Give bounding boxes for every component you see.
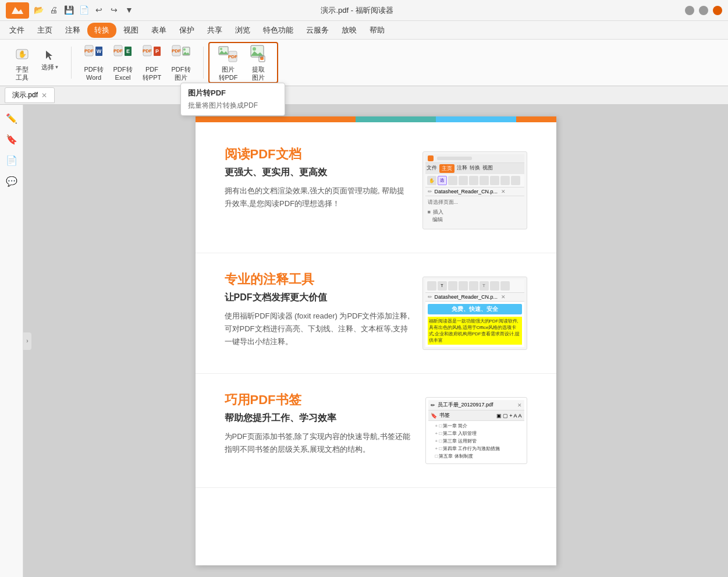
hand-tool-btn[interactable]: ✋ 手型工具 bbox=[8, 41, 36, 83]
menu-home[interactable]: 主页 bbox=[31, 23, 58, 38]
section-bookmark-body: 为PDF页面添加书签,除了实现内容的快速导航,书签还能指明不同书签的层级关系,展… bbox=[225, 430, 414, 456]
section-read-row: 阅读PDF文档 更强大、更实用、更高效 拥有出色的文档渲染效果,强大的页面管理功… bbox=[225, 146, 527, 229]
menu-share[interactable]: 共享 bbox=[201, 23, 228, 38]
pdf-to-excel-icon: PDF → E bbox=[112, 44, 133, 65]
minimize-btn[interactable] bbox=[685, 6, 694, 15]
select-dropdown-icon[interactable]: ▼ bbox=[55, 65, 59, 70]
mini-menu-file: 文件 bbox=[427, 164, 437, 173]
mini-menubar-read: 文件 主页 注释 转换 视图 bbox=[425, 163, 524, 174]
svg-text:PDF: PDF bbox=[228, 54, 237, 59]
image-to-pdf-btn[interactable]: → PDF 图片转PDF bbox=[214, 41, 242, 83]
section-read-text: 阅读PDF文档 更强大、更实用、更高效 拥有出色的文档渲染效果,强大的页面管理功… bbox=[225, 146, 411, 210]
pdf-to-image-label: PDF转图片 bbox=[172, 66, 191, 81]
sidebar-comment-icon[interactable]: 💬 bbox=[3, 172, 20, 190]
tab-demo-pdf[interactable]: 演示.pdf ✕ bbox=[5, 87, 55, 103]
bookmark-section-header: 🔖 书签 ▣ ▢ + A A bbox=[428, 410, 524, 421]
svg-text:PDF: PDF bbox=[113, 48, 123, 54]
redo-btn[interactable]: ↪ bbox=[108, 3, 120, 16]
bookmark-item-0: + □ 第一章 简介 bbox=[431, 422, 522, 430]
left-sidebar: ✏️ 🔖 📄 💬 bbox=[0, 105, 23, 577]
menu-view[interactable]: 视图 bbox=[118, 23, 144, 38]
mini-tab-bookmark: 员工手册_20120917.pdf bbox=[438, 401, 493, 409]
pdf-to-word-icon: PDF → W bbox=[83, 44, 104, 65]
section-bookmark-title: 巧用PDF书签 bbox=[225, 391, 414, 409]
pdf-page: 阅读PDF文档 更强大、更实用、更高效 拥有出色的文档渲染效果,强大的页面管理功… bbox=[196, 116, 556, 565]
tooltip-title: 图片转PDF bbox=[188, 88, 278, 98]
menu-cloud[interactable]: 云服务 bbox=[300, 23, 335, 38]
mini-menu-view: 视图 bbox=[482, 164, 493, 173]
menu-protect[interactable]: 保护 bbox=[173, 23, 200, 38]
pdf-to-ppt-btn[interactable]: PDF → P PDF转PPT bbox=[138, 41, 166, 83]
section-annotate-subtitle: 让PDF文档发挥更大价值 bbox=[225, 292, 411, 304]
pdf-to-image-icon: PDF → bbox=[171, 44, 191, 65]
print-btn[interactable]: 🖨 bbox=[47, 3, 60, 16]
svg-point-28 bbox=[253, 47, 256, 51]
content-area: 阅读PDF文档 更强大、更实用、更高效 拥有出色的文档渲染效果,强大的页面管理功… bbox=[23, 105, 728, 577]
pdf-to-ppt-label: PDF转PPT bbox=[143, 66, 161, 81]
ribbon-divider-2 bbox=[203, 47, 204, 79]
bookmark-section-title: 书签 bbox=[439, 412, 450, 419]
mini-ui-bookmark: ✏ 员工手册_20120917.pdf ✕ 🔖 书签 ▣ ▢ + A bbox=[425, 397, 527, 464]
select-icon bbox=[43, 48, 57, 62]
menu-features[interactable]: 特色功能 bbox=[257, 23, 299, 38]
svg-point-23 bbox=[220, 48, 222, 50]
menu-present[interactable]: 放映 bbox=[336, 23, 363, 38]
menu-browse[interactable]: 浏览 bbox=[229, 23, 256, 38]
mini-content-read: 请选择页面... ■ 插入 编辑 bbox=[425, 196, 524, 226]
tab-close-btn[interactable]: ✕ bbox=[41, 91, 47, 100]
menu-forms[interactable]: 表单 bbox=[145, 23, 172, 38]
svg-point-21 bbox=[183, 48, 186, 51]
pdf-to-word-label: PDF转Word bbox=[84, 66, 104, 81]
open-file-btn[interactable]: 📂 bbox=[32, 3, 45, 16]
extract-image-label: 提取图片 bbox=[252, 66, 265, 81]
section-annotate-title: 专业的注释工具 bbox=[225, 271, 411, 288]
pdf-to-excel-btn[interactable]: PDF → E PDF转Excel bbox=[109, 41, 137, 83]
sidebar-collapse-handle[interactable]: › bbox=[23, 332, 31, 350]
hand-tool-label: 手型工具 bbox=[16, 66, 29, 81]
svg-text:W: W bbox=[97, 48, 102, 54]
pdf-section-bookmark: 巧用PDF书签 帮助您提升工作、学习效率 为PDF页面添加书签,除了实现内容的快… bbox=[196, 374, 556, 488]
close-btn[interactable] bbox=[713, 6, 722, 15]
color-seg-4 bbox=[516, 116, 556, 122]
select-tool-btn[interactable]: 选择 ▼ bbox=[37, 46, 63, 73]
qa-dropdown[interactable]: ▼ bbox=[123, 3, 136, 16]
svg-text:✋: ✋ bbox=[18, 49, 27, 58]
save-btn[interactable]: 💾 bbox=[62, 3, 75, 16]
new-btn[interactable]: 📄 bbox=[77, 3, 90, 16]
svg-text:PDF: PDF bbox=[172, 48, 181, 54]
color-seg-2 bbox=[356, 116, 436, 122]
pdf-section-read: 阅读PDF文档 更强大、更实用、更高效 拥有出色的文档渲染效果,强大的页面管理功… bbox=[196, 122, 556, 253]
bookmark-item-1: + □ 第二章 入职管理 bbox=[431, 430, 522, 437]
pdf-to-image-btn[interactable]: PDF → PDF转图片 bbox=[167, 41, 195, 83]
pdf-to-word-btn[interactable]: PDF → W PDF转Word bbox=[80, 41, 108, 83]
bookmark-item-3: + □ 第四章 工作行为与激励措施 bbox=[431, 445, 522, 452]
sidebar-bookmark-icon[interactable]: 🔖 bbox=[3, 130, 20, 148]
mini-ui-annotate: T T ✏ Datasheet_Reader_CN.p... ✕ bbox=[422, 277, 527, 351]
section-annotate-body: 使用福昕PDF阅读器 (foxit reader) 为PDF文件添加注释,可对P… bbox=[225, 310, 411, 348]
color-seg-3 bbox=[436, 116, 516, 122]
menu-file[interactable]: 文件 bbox=[3, 23, 30, 38]
tooltip-description: 批量将图片转换成PDF bbox=[188, 101, 278, 111]
ribbon-group-tools: ✋ 手型工具 选择 ▼ bbox=[5, 42, 66, 83]
sidebar-edit-icon[interactable]: ✏️ bbox=[3, 109, 20, 127]
menu-bar: 文件 主页 注释 转换 视图 表单 保护 共享 浏览 特色功能 云服务 放映 帮… bbox=[0, 21, 728, 40]
section-annotate-row: 专业的注释工具 让PDF文档发挥更大价值 使用福昕PDF阅读器 (foxit r… bbox=[225, 271, 527, 351]
pdf-section-annotate: 专业的注释工具 让PDF文档发挥更大价值 使用福昕PDF阅读器 (foxit r… bbox=[196, 253, 556, 374]
sidebar-pages-icon[interactable]: 📄 bbox=[3, 151, 20, 169]
menu-help[interactable]: 帮助 bbox=[364, 23, 390, 38]
menu-convert[interactable]: 转换 bbox=[87, 23, 116, 38]
svg-text:P: P bbox=[155, 48, 159, 54]
main-area: ✏️ 🔖 📄 💬 › 阅读PDF文档 更强大、更实用、更高效 bbox=[0, 105, 728, 577]
bookmark-item-4: □ 第五章 体制制度 bbox=[431, 452, 522, 460]
undo-btn[interactable]: ↩ bbox=[93, 3, 105, 16]
extract-image-btn[interactable]: 提取图片 bbox=[244, 41, 272, 83]
section-bookmark-subtitle: 帮助您提升工作、学习效率 bbox=[225, 412, 414, 424]
mini-tab-annotate: Datasheet_Reader_CN.p... bbox=[435, 294, 498, 300]
ribbon-group-convert: PDF → W PDF转Word PDF → E PDF转Excel bbox=[76, 42, 198, 83]
color-seg-1 bbox=[196, 116, 356, 122]
pdf-to-ppt-icon: PDF → P bbox=[141, 44, 162, 65]
menu-annotate[interactable]: 注释 bbox=[59, 23, 86, 38]
tab-bar: 演示.pdf ✕ bbox=[0, 86, 728, 105]
maximize-btn[interactable] bbox=[699, 6, 708, 15]
tooltip-popup: 图片转PDF 批量将图片转换成PDF bbox=[180, 83, 285, 116]
